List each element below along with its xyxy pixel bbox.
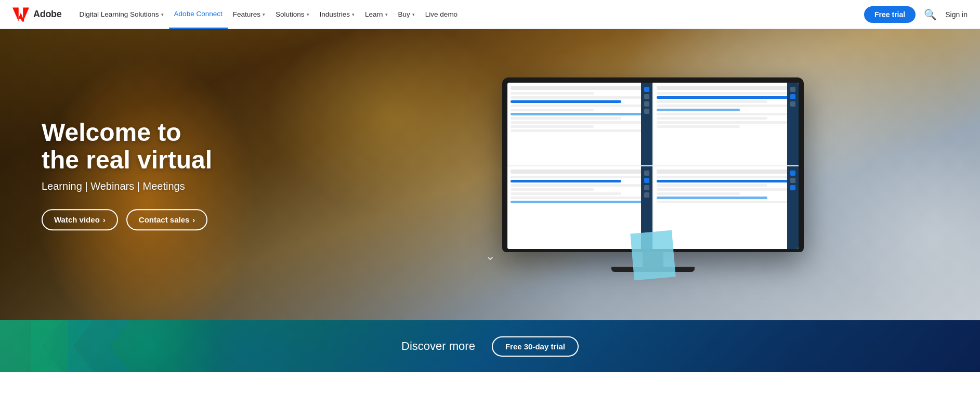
nav-industries[interactable]: Industries ▾ [315,0,360,29]
panel-sidebar-1 [641,83,652,165]
chevron-down-icon: ▾ [352,12,355,17]
screen-panel-2 [654,83,799,165]
nav-buy[interactable]: Buy ▾ [393,0,420,29]
free-trial-button[interactable]: Free trial [864,6,916,23]
arrow-icon: › [103,215,106,224]
nav-solutions[interactable]: Solutions ▾ [270,0,315,29]
bottom-banner: Discover more Free 30-day trial [0,320,980,372]
hero-title: Welcome to the real virtual [42,119,212,174]
chevron-down-icon: ▾ [161,12,164,17]
adobe-logo-icon [12,7,29,22]
chevron-down-icon: ▾ [412,12,415,17]
hero-subtitle: Learning | Webinars | Meetings [42,180,212,192]
contact-sales-button[interactable]: Contact sales › [126,209,208,230]
nav-digital-learning[interactable]: Digital Learning Solutions ▾ [74,0,169,29]
arrow-icon: › [192,215,195,224]
main-navigation: Adobe Digital Learning Solutions ▾ Adobe… [0,0,980,29]
svg-marker-2 [68,320,130,372]
adobe-wordmark: Adobe [33,9,62,20]
nav-links: Digital Learning Solutions ▾ Adobe Conne… [74,0,865,29]
nav-right-actions: Free trial 🔍 Sign in [864,6,968,23]
hero-title-line2: the real virtual [42,146,212,174]
search-icon[interactable]: 🔍 [924,8,937,21]
hero-title-line1: Welcome to [42,119,181,146]
monitor-frame [502,77,804,252]
hero-section: Welcome to the real virtual Learning | W… [0,29,980,320]
panel-sidebar-2 [787,83,799,165]
screen-panel-1 [507,83,652,165]
free-30-day-trial-button[interactable]: Free 30-day trial [492,336,579,357]
panel-sidebar-4 [787,166,799,249]
sign-in-link[interactable]: Sign in [945,10,968,19]
chevron-down-icon: ▾ [307,12,309,17]
watch-video-button[interactable]: Watch video › [42,209,118,230]
sticky-note-decoration [630,230,676,281]
scroll-down-indicator: ⌄ [485,249,495,263]
screen-panel-4 [654,166,799,249]
hero-buttons: Watch video › Contact sales › [42,209,212,230]
banner-decoration [0,320,260,372]
nav-features[interactable]: Features ▾ [228,0,270,29]
monitor-screen [507,83,799,249]
chevron-down-icon: ▾ [385,12,388,17]
discover-more-text: Discover more [401,339,475,353]
nav-learn[interactable]: Learn ▾ [360,0,393,29]
nav-adobe-connect[interactable]: Adobe Connect [169,0,228,29]
hero-content: Welcome to the real virtual Learning | W… [42,119,212,230]
chevron-down-icon: ▾ [263,12,265,17]
nav-live-demo[interactable]: Live demo [420,0,463,29]
adobe-logo[interactable]: Adobe [12,7,62,22]
